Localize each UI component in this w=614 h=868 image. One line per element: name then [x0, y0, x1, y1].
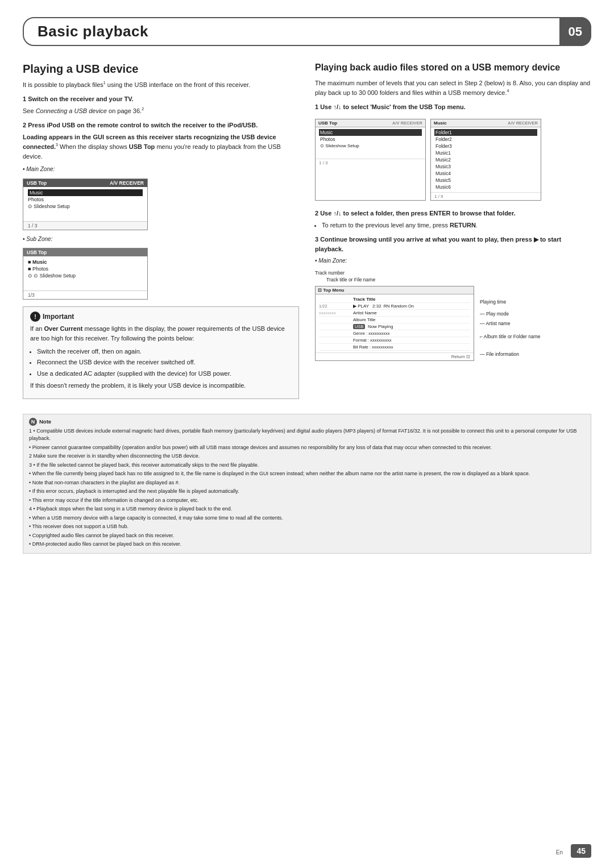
- step2-bullet: To return to the previous level any time…: [322, 221, 591, 230]
- track-screen-header: ⊡ Top Menu: [316, 286, 474, 294]
- music-folder2: Folder2: [434, 136, 537, 143]
- step2-bullets: To return to the previous level any time…: [322, 221, 591, 230]
- diagram-right-labels: Playing time — Play mode — Artist name ⌐…: [480, 270, 541, 359]
- screen1-footer: 1 / 3: [23, 221, 147, 230]
- intro-text: It is possible to playback files1 using …: [23, 80, 299, 90]
- diagram-left-labels: Track number Track title or File name ⊡ …: [315, 270, 474, 364]
- music-music3: Music3: [434, 163, 537, 170]
- track-screen: ⊡ Top Menu Track Title: [315, 286, 474, 361]
- play-mode-callout: — Play mode: [480, 309, 541, 319]
- bullet-1: Switch the receiver off, then on again.: [37, 347, 292, 356]
- page-container: Basic playback 05 Playing a USB device I…: [0, 0, 614, 868]
- usb-item-slideshow: ⊙ Slideshow Setup: [319, 143, 422, 149]
- bullet-3: Use a dedicated AC adapter (supplied wit…: [37, 369, 292, 379]
- right-screens-row: USB Top A/V RECEIVER Music Photos ⊙ Slid…: [315, 115, 591, 204]
- format-row: Format : xxxxxxxxxx: [319, 337, 470, 344]
- music-body: Folder1 Folder2 Folder3 Music1 Music2 Mu…: [431, 127, 541, 192]
- screen1-body: Music Photos ⊙ Slideshow Setup: [23, 187, 147, 221]
- music-music4: Music4: [434, 170, 537, 177]
- note-3d: • If this error occurs, playback is inte…: [29, 488, 585, 496]
- note-4a: 4 • Playback stops when the last song in…: [29, 505, 585, 513]
- screen2-item-music: ■ Music: [28, 259, 143, 265]
- track-title-label: Track title or File name: [326, 277, 474, 283]
- music-folder3: Folder3: [434, 143, 537, 149]
- chapter-number: 05: [559, 17, 591, 46]
- important-icon: !: [30, 312, 40, 322]
- usb-item-photos: Photos: [319, 136, 422, 143]
- right-section-title: Playing back audio files stored on a USB…: [315, 62, 591, 74]
- screen1-item-photos: Photos: [28, 196, 143, 203]
- note-box: N Note 1 • Compatible USB devices includ…: [23, 414, 591, 554]
- track-screen-body: Track Title 1/22 ▶ PLAY 2:32 RN Random O…: [316, 294, 474, 352]
- file-info-callout: — File information: [480, 350, 541, 359]
- note-3b: • When the file currently being played b…: [29, 470, 585, 478]
- main-zone-label: • Main Zone:: [23, 165, 299, 174]
- screen-main-zone: USB Top A/V RECEIVER Music Photos ⊙ Slid…: [23, 178, 148, 230]
- step1-heading: 1 Switch on the receiver and your TV.: [23, 94, 299, 104]
- note-2: 2 Make sure the receiver is in standby w…: [29, 452, 585, 460]
- note-1: 1 • Compatible USB devices include exter…: [29, 427, 585, 443]
- language-label: En: [556, 849, 563, 855]
- track-num-row: 1/22 ▶ PLAY 2:32 RN Random On: [319, 303, 470, 310]
- note-title: N Note: [29, 418, 585, 426]
- screen-usb-top: USB Top A/V RECEIVER Music Photos ⊙ Slid…: [315, 119, 426, 201]
- music-footer: 1 / 9: [431, 192, 541, 200]
- note-4d: • Copyrighted audio files cannot be play…: [29, 532, 585, 540]
- note-3c: • Note that non-roman characters in the …: [29, 479, 585, 487]
- screen2-footer: 1/3: [23, 290, 147, 299]
- artist-name-callout: — Artist name: [480, 319, 541, 329]
- note-icon: N: [29, 418, 37, 426]
- genre-row: Genre : xxxxxxxxxx: [319, 330, 470, 337]
- header-bar: Basic playback 05: [23, 17, 591, 46]
- screen1-item-slideshow: ⊙ Slideshow Setup: [28, 203, 143, 210]
- usb-top-footer: 1 / 3: [316, 159, 425, 167]
- note-4e: • DRM-protected audio files cannot be pl…: [29, 541, 585, 549]
- screen1-item-music: Music: [28, 189, 143, 196]
- track-title-row: Track Title: [319, 296, 470, 303]
- artist-row: xxxxxxxx Artist Name: [319, 310, 470, 317]
- note-4b: • When a USB memory device with a large …: [29, 514, 585, 522]
- right-step2-heading: 2 Use ↑/↓ to select a folder, then press…: [315, 209, 591, 218]
- step2-heading: 2 Press iPod USB on the remote control t…: [23, 121, 299, 130]
- usb-item-music: Music: [319, 129, 422, 136]
- track-screen-footer: Return ⊡: [316, 352, 474, 360]
- music-music1: Music1: [434, 149, 537, 156]
- note-1b: • Pioneer cannot guarantee compatibility…: [29, 444, 585, 452]
- bullet-2: Reconnect the USB device with the receiv…: [37, 358, 292, 367]
- music-header: Music A/V RECEIVER: [431, 119, 541, 127]
- music-music2: Music2: [434, 156, 537, 163]
- important-bullets: Switch the receiver off, then on again. …: [37, 347, 292, 378]
- important-title: ! Important: [30, 312, 292, 322]
- album-title-callout: ⌐ Album title or Folder name: [480, 332, 541, 342]
- left-section-title: Playing a USB device: [23, 62, 299, 76]
- step1-body: See Connecting a USB device on page 36.2: [23, 106, 299, 116]
- right-intro: The maximum number of levels that you ca…: [315, 78, 591, 98]
- bitrate-row: Bit Rate : xxxxxxxxxx: [319, 344, 470, 351]
- screen-music: Music A/V RECEIVER Folder1 Folder2 Folde…: [430, 119, 541, 201]
- page-title: Basic playback: [38, 23, 148, 40]
- sub-zone-label: • Sub Zone:: [23, 235, 299, 244]
- note-3a: 3 • If the file selected cannot be playe…: [29, 462, 585, 470]
- main-content: Playing a USB device It is possible to p…: [23, 62, 591, 406]
- track-number-label: Track number: [315, 270, 474, 276]
- right-step3-heading: 3 Continue browsing until you arrive at …: [315, 235, 591, 254]
- playing-time-callout: Playing time: [480, 297, 541, 307]
- important-footer: If this doesn't remedy the problem, it i…: [30, 381, 292, 391]
- note-3e: • This error may occur if the title info…: [29, 497, 585, 505]
- screen2-body: ■ Music ■ Photos ⊙ ⊙ Slideshow Setup: [23, 256, 147, 290]
- right-main-zone-label: • Main Zone:: [315, 256, 591, 265]
- usb-row: USB Now Playing: [319, 323, 470, 330]
- page-number: 45: [571, 844, 591, 858]
- usb-top-header: USB Top A/V RECEIVER: [316, 119, 425, 127]
- screen-sub-zone: USB Top ■ Music ■ Photos ⊙ ⊙ Slideshow S…: [23, 248, 148, 300]
- screen2-header: USB Top: [23, 248, 147, 256]
- screen1-header: USB Top A/V RECEIVER: [23, 179, 147, 187]
- right-column: Playing back audio files stored on a USB…: [315, 62, 591, 406]
- screen2-item-slideshow: ⊙ ⊙ Slideshow Setup: [28, 272, 143, 279]
- track-diagram: Track number Track title or File name ⊡ …: [315, 270, 591, 364]
- note-4c: • This receiver does not support a USB h…: [29, 523, 585, 531]
- music-folder1: Folder1: [434, 129, 537, 136]
- album-row: Album Title: [319, 317, 470, 323]
- right-step1-heading: 1 Use ↑/↓ to select 'Music' from the USB…: [315, 102, 591, 112]
- left-column: Playing a USB device It is possible to p…: [23, 62, 299, 406]
